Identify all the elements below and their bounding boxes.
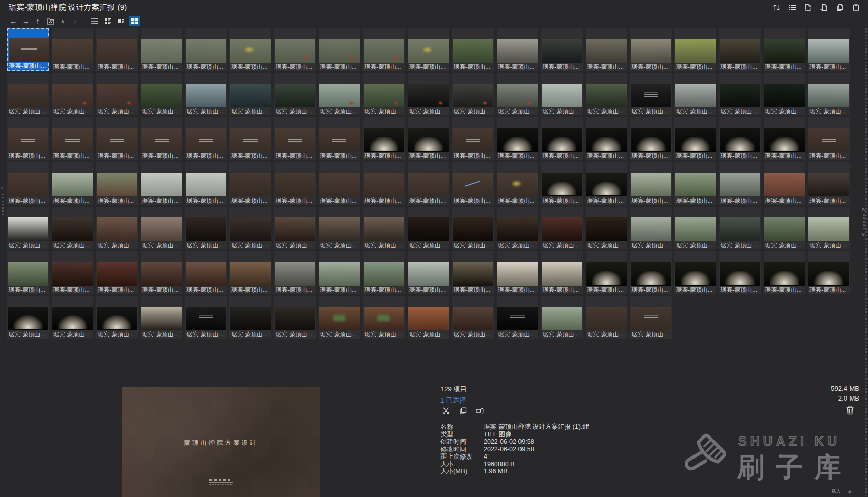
grid-item[interactable]: 琚宾-蒙顶山...	[185, 162, 227, 205]
grid-item[interactable]: 琚宾-蒙顶山...	[408, 162, 449, 205]
grid-item[interactable]: 琚宾-蒙顶山...	[808, 207, 850, 249]
grid-item[interactable]: 琚宾-蒙顶山...	[497, 207, 538, 249]
grid-item[interactable]: 琚宾-蒙顶山...	[52, 296, 93, 339]
grid-item[interactable]: 琚宾-蒙顶山...	[452, 207, 494, 249]
expand-right-chevron-down-icon[interactable]: ∨	[861, 232, 865, 237]
grid-item[interactable]: 琚宾-蒙顶山...	[764, 117, 805, 160]
grid-item[interactable]: 琚宾-蒙顶山...	[541, 296, 583, 339]
cut-icon[interactable]	[441, 406, 451, 415]
grid-item[interactable]: 琚宾-蒙顶山...	[630, 251, 672, 294]
grid-item[interactable]: 琚宾-蒙顶山...	[7, 117, 49, 160]
grid-item[interactable]: 琚宾-蒙顶山...	[764, 207, 805, 249]
grid-item[interactable]: 琚宾-蒙顶山...	[96, 251, 138, 294]
grid-item[interactable]: 琚宾-蒙顶山...	[674, 28, 716, 71]
grid-item[interactable]: 琚宾-蒙顶山...	[274, 251, 316, 294]
grid-item[interactable]: 琚宾-蒙顶山...	[141, 28, 182, 71]
grid-item[interactable]: 琚宾-蒙顶山...	[719, 28, 761, 71]
forward-icon[interactable]: →	[21, 16, 30, 26]
grid-item[interactable]: 琚宾-蒙顶山...	[586, 251, 627, 294]
chevron-up-icon[interactable]: ∧	[58, 16, 67, 26]
grid-item[interactable]: 琚宾-蒙顶山...	[497, 296, 538, 339]
grid-item[interactable]: 琚宾-蒙顶山...	[674, 117, 716, 160]
grid-item[interactable]: 琚宾-蒙顶山...	[185, 251, 227, 294]
grid-item[interactable]: 琚宾-蒙顶山...	[630, 162, 672, 205]
grid-item[interactable]: 琚宾-蒙顶山...	[452, 28, 494, 71]
grid-item[interactable]: 琚宾-蒙顶山...	[96, 117, 138, 160]
grid-item[interactable]: 琚宾-蒙顶山...	[630, 28, 672, 71]
grid-item[interactable]: 琚宾-蒙顶山...	[586, 162, 627, 205]
grid-item[interactable]: 琚宾-蒙顶山...	[630, 207, 672, 249]
grid-item[interactable]: 琚宾-蒙顶山...	[408, 117, 449, 160]
grid-item[interactable]: 琚宾-蒙顶山...	[674, 251, 716, 294]
grid-item[interactable]: 琚宾-蒙顶山...	[719, 251, 761, 294]
grid-item[interactable]: 琚宾-蒙顶山...	[185, 117, 227, 160]
collapse-left-panel-icon[interactable]: ‹	[1, 185, 3, 190]
grid-item[interactable]: 琚宾-蒙顶山...	[319, 162, 360, 205]
grid-item[interactable]: 琚宾-蒙顶山...	[719, 73, 761, 115]
grid-item[interactable]: 琚宾-蒙顶山...	[229, 28, 271, 71]
grid-item[interactable]: 琚宾-蒙顶山...	[319, 251, 360, 294]
grid-item[interactable]: 琚宾-蒙顶山...	[497, 162, 538, 205]
grid-item[interactable]: 琚宾-蒙顶山...	[274, 296, 316, 339]
collapse-panel-chevron-icon[interactable]: ∧	[848, 489, 852, 494]
grid-item[interactable]: 琚宾-蒙顶山...	[497, 117, 538, 160]
grid-item[interactable]: 琚宾-蒙顶山...	[674, 207, 716, 249]
content-view-button[interactable]	[115, 16, 127, 26]
grid-item[interactable]: 琚宾-蒙顶山...	[808, 73, 850, 115]
grid-item[interactable]: 琚宾-蒙顶山...	[141, 73, 182, 115]
tiles-view-button[interactable]	[102, 16, 113, 26]
grid-item[interactable]: 琚宾-蒙顶山...	[363, 251, 405, 294]
grid-item[interactable]: 琚宾-蒙顶山...	[630, 117, 672, 160]
grid-item[interactable]: 琚宾-蒙顶山...	[7, 296, 49, 339]
select-items-icon[interactable]	[803, 2, 813, 12]
grid-item[interactable]: 琚宾-蒙顶山...	[141, 117, 182, 160]
folder-up-icon[interactable]	[46, 16, 55, 26]
grid-item[interactable]: 琚宾-蒙顶山...	[229, 162, 271, 205]
grid-item[interactable]: 琚宾-蒙顶山...	[96, 207, 138, 249]
grid-item[interactable]: 琚宾-蒙顶山...	[452, 296, 494, 339]
grid-item[interactable]: 琚宾-蒙顶山...	[408, 207, 449, 249]
grid-item[interactable]: 琚宾-蒙顶山...	[541, 207, 583, 249]
grid-item[interactable]: 琚宾-蒙顶山...	[452, 162, 494, 205]
selected-file-preview[interactable]: 蒙顶山禅院方案设计	[122, 387, 320, 497]
rename-icon[interactable]	[475, 406, 485, 415]
grid-item[interactable]: 琚宾-蒙顶山...	[764, 162, 805, 205]
grid-item[interactable]: 琚宾-蒙顶山...	[719, 117, 761, 160]
right-drag-handle[interactable]	[863, 214, 865, 230]
grid-item[interactable]: 琚宾-蒙顶山...	[630, 73, 672, 115]
grid-item[interactable]: 琚宾-蒙顶山...	[185, 296, 227, 339]
grid-item[interactable]: 琚宾-蒙顶山...	[7, 207, 49, 249]
grid-item[interactable]: 琚宾-蒙顶山...	[319, 117, 360, 160]
grid-item[interactable]: 琚宾-蒙顶山...	[586, 207, 627, 249]
grid-item[interactable]: 琚宾-蒙顶山...	[363, 162, 405, 205]
grid-item[interactable]: 琚宾-蒙顶山...	[96, 162, 138, 205]
grid-item[interactable]: 琚宾-蒙顶山...	[229, 207, 271, 249]
grid-item[interactable]: 琚宾-蒙顶山...	[541, 117, 583, 160]
grid-item[interactable]: 琚宾-蒙顶山...	[541, 28, 583, 71]
grid-item[interactable]: 琚宾-蒙顶山...	[497, 28, 538, 71]
grid-item[interactable]: 琚宾-蒙顶山...	[319, 73, 360, 115]
grid-item[interactable]: 琚宾-蒙顶山...	[52, 28, 93, 71]
grid-item[interactable]: 琚宾-蒙顶山...	[808, 117, 850, 160]
grid-item[interactable]: 琚宾-蒙顶山...	[363, 117, 405, 160]
grid-item[interactable]: 琚宾-蒙顶山...	[586, 117, 627, 160]
grid-item[interactable]: 琚宾-蒙顶山...	[141, 162, 182, 205]
grid-item[interactable]: 琚宾-蒙顶山...	[229, 73, 271, 115]
grid-item[interactable]: 琚宾-蒙顶山...	[363, 28, 405, 71]
grid-item[interactable]: 琚宾-蒙顶山...	[363, 296, 405, 339]
grid-item[interactable]: 琚宾-蒙顶山...	[630, 296, 672, 339]
grid-item[interactable]: 琚宾-蒙顶山...	[274, 207, 316, 249]
grid-item[interactable]: 琚宾-蒙顶山...	[586, 28, 627, 71]
grid-item[interactable]: 琚宾-蒙顶山...	[452, 73, 494, 115]
grid-item[interactable]: 琚宾-蒙顶山...	[96, 296, 138, 339]
grid-item[interactable]: 琚宾-蒙顶山...	[319, 28, 360, 71]
selected-count[interactable]: 1 已选择	[440, 396, 467, 405]
grid-item[interactable]: 琚宾-蒙顶山...	[541, 251, 583, 294]
grid-item[interactable]: 琚宾-蒙顶山...	[274, 117, 316, 160]
grid-item[interactable]: 琚宾-蒙顶山...	[319, 207, 360, 249]
grid-item[interactable]: 琚宾-蒙顶山...	[541, 162, 583, 205]
grid-item[interactable]: 琚宾-蒙顶山...	[808, 28, 850, 71]
vertical-scrollbar[interactable]	[865, 28, 867, 497]
grid-item[interactable]: 琚宾-蒙顶山...	[719, 162, 761, 205]
copy-icon[interactable]	[458, 406, 468, 415]
